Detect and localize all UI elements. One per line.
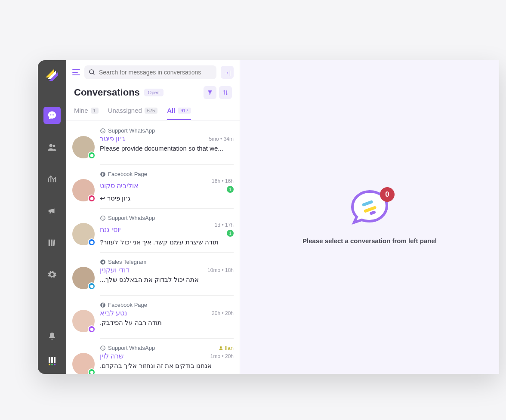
- conversation-item[interactable]: Facebook Pageנטע לביא20h • 20hתודה רבה ע…: [66, 295, 240, 338]
- empty-text: Please select a conversation from left p…: [302, 237, 437, 244]
- tab-count: 675: [145, 108, 157, 114]
- panel-header: Conversations Open: [66, 84, 240, 103]
- tab-label: Unassigned: [108, 107, 142, 114]
- svg-point-21: [90, 327, 93, 331]
- nav-campaigns[interactable]: [43, 202, 61, 219]
- conversation-item[interactable]: Sales Telegramדודי ועקנין10mo • 18hאתה י…: [66, 252, 240, 295]
- nav-contacts[interactable]: [43, 139, 61, 156]
- whatsapp-icon: [100, 345, 106, 351]
- empty-badge: 0: [380, 187, 395, 202]
- sort-button[interactable]: [219, 86, 232, 99]
- sort-icon: [222, 90, 228, 96]
- svg-point-24: [101, 346, 105, 350]
- svg-point-11: [89, 70, 93, 74]
- nav-items: [43, 107, 61, 327]
- conversation-item[interactable]: Support WhatsAppיוסי גנח1d • 17h1תודה שי…: [66, 208, 240, 252]
- main-content: 0 Please select a conversation from left…: [240, 60, 499, 374]
- tab-mine[interactable]: Mine 1: [74, 103, 99, 120]
- search-icon: [89, 69, 96, 76]
- search-box[interactable]: [84, 65, 216, 79]
- conversation-item[interactable]: Support WhatsAppIlanשרה לוין1mo • 20hאנח…: [66, 338, 240, 374]
- conversation-body: Support WhatsAppג׳ון פיטר5mo • 34mPlease…: [100, 127, 234, 158]
- conversation-list[interactable]: Support WhatsAppג׳ון פיטר5mo • 34mPlease…: [66, 120, 240, 374]
- svg-point-17: [90, 241, 93, 244]
- message-preview: תודה רבה על הפידבק.: [100, 319, 234, 327]
- nav-help[interactable]: [43, 234, 61, 251]
- svg-point-13: [90, 154, 93, 157]
- conversation-item[interactable]: Support WhatsAppג׳ון פיטר5mo • 34mPlease…: [66, 120, 240, 164]
- svg-point-2: [53, 114, 54, 115]
- tab-label: Mine: [74, 107, 88, 114]
- message-preview: תודה שיצרת עימנו קשר. איך אני יכול לעזור…: [100, 238, 234, 246]
- telegram-icon: [100, 259, 106, 265]
- svg-rect-6: [51, 240, 52, 246]
- svg-line-12: [93, 73, 94, 74]
- channel-label: Sales Telegram: [100, 259, 146, 265]
- channel-badge-icon: [88, 282, 96, 290]
- avatar: [72, 267, 95, 289]
- whatsapp-icon: [100, 128, 106, 134]
- brand-mark: [49, 357, 56, 365]
- channel-label: Support WhatsApp: [100, 345, 155, 351]
- app-logo: [45, 68, 59, 83]
- channel-badge-icon: [88, 195, 96, 202]
- timestamp: 5mo • 34m: [209, 136, 234, 142]
- svg-point-25: [220, 346, 222, 348]
- svg-point-23: [90, 371, 93, 374]
- filter-button[interactable]: [204, 86, 216, 99]
- tab-count: 1: [91, 108, 99, 114]
- message-preview: אתה יכול לבדוק את הבאלנס שלך...: [100, 276, 234, 284]
- nav-bottom: [43, 327, 61, 369]
- timestamp: 20h • 20h: [212, 310, 234, 316]
- app-frame: →| Conversations Open: [38, 60, 499, 374]
- svg-point-14: [101, 128, 105, 133]
- contact-name: שרה לוין: [100, 352, 123, 360]
- svg-point-1: [52, 114, 52, 115]
- tab-count: 917: [178, 108, 191, 114]
- channel-label: Support WhatsApp: [100, 215, 155, 221]
- facebook-icon: [100, 171, 106, 177]
- channel-label: Facebook Page: [100, 171, 147, 177]
- svg-point-4: [53, 145, 55, 148]
- contact-name: נטע לביא: [100, 309, 127, 317]
- search-input[interactable]: [99, 69, 212, 76]
- main-sidebar: [38, 60, 66, 374]
- unread-badge: 1: [227, 186, 234, 193]
- message-preview: אנחנו בודקים את זה ונחזור אליך בהקדם.: [100, 362, 234, 370]
- nav-settings[interactable]: [43, 266, 61, 283]
- svg-rect-7: [53, 239, 56, 246]
- contact-name: דודי ועקנין: [100, 266, 130, 274]
- timestamp: 1mo • 20h: [210, 353, 234, 359]
- channel-badge-icon: [88, 238, 96, 246]
- conversation-body: Support WhatsAppIlanשרה לוין1mo • 20hאנח…: [100, 338, 234, 374]
- conversation-body: Facebook Pageאוליביה סקוט16h • 16h1ג׳ון …: [100, 164, 234, 202]
- conversation-item[interactable]: Facebook Pageאוליביה סקוט16h • 16h1ג׳ון …: [66, 164, 240, 208]
- svg-point-15: [90, 197, 93, 200]
- nav-conversations[interactable]: [43, 107, 61, 124]
- svg-point-19: [90, 284, 93, 288]
- timestamp: 10mo • 18h: [207, 267, 234, 273]
- status-filter-badge[interactable]: Open: [144, 89, 164, 96]
- channel-badge-icon: [88, 325, 96, 333]
- menu-toggle-icon[interactable]: [72, 69, 80, 76]
- nav-notifications[interactable]: [43, 327, 61, 345]
- tab-all[interactable]: All 917: [167, 103, 191, 120]
- collapse-panel-button[interactable]: →|: [221, 66, 234, 79]
- conversations-panel: →| Conversations Open: [66, 60, 240, 374]
- panel-top: →|: [66, 60, 240, 84]
- nav-reports[interactable]: [43, 170, 61, 188]
- channel-badge-icon: [88, 368, 96, 374]
- svg-rect-5: [49, 240, 50, 246]
- avatar: [72, 353, 95, 374]
- tab-label: All: [167, 107, 175, 114]
- timestamp: 16h • 16h: [212, 178, 234, 184]
- empty-state-icon: 0: [351, 190, 389, 225]
- conversation-body: Support WhatsAppיוסי גנח1d • 17h1תודה שי…: [100, 208, 234, 246]
- avatar: [72, 223, 95, 245]
- message-preview: ג׳ון פיטר ↩: [100, 195, 234, 202]
- channel-label: Facebook Page: [100, 302, 147, 308]
- avatar: [72, 136, 95, 158]
- panel-title: Conversations: [74, 87, 140, 98]
- tab-unassigned[interactable]: Unassigned 675: [108, 103, 158, 120]
- filter-icon: [207, 90, 213, 96]
